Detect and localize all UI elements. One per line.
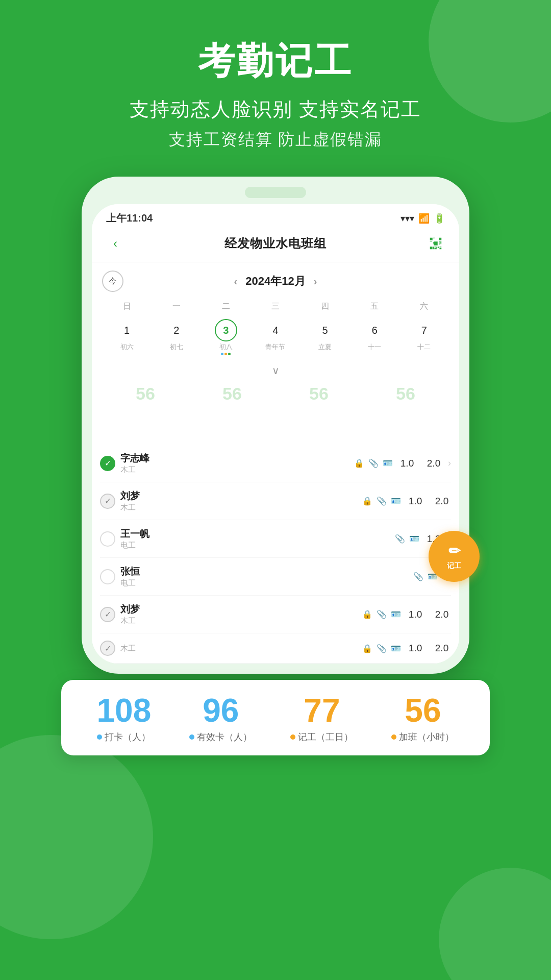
svg-rect-7 [430,241,431,241]
worker-icons-4: 📎 🪪 [413,572,438,581]
worker-row-6[interactable]: ✓ 木工 🔒 📎 🪪 1.0 2.0 [100,633,451,664]
worker-name-2: 刘梦 [120,489,357,503]
lock-icon-1: 🔒 [354,458,364,468]
clip-icon-1: 📎 [368,458,379,468]
card-icon-1: 🪪 [383,458,393,468]
svg-rect-15 [433,247,434,249]
worker-type-3: 电工 [120,541,390,550]
worker-hours-1: 1.0 2.0 [398,458,443,469]
worker-info-2: 刘梦 木工 [120,489,357,512]
today-button[interactable]: 今 [102,271,123,292]
calendar-day-6[interactable]: 6 十一 [350,317,399,357]
worker-type-4: 电工 [120,578,408,588]
back-icon: ‹ [113,236,117,251]
svg-rect-19 [440,247,442,247]
dot-orange [224,353,227,355]
check-6[interactable]: ✓ [100,641,115,656]
check-2[interactable]: ✓ [100,494,115,509]
clip-icon-6: 📎 [377,644,387,653]
worker-type-6: 木工 [120,644,357,653]
calendar-day-7[interactable]: 7 十二 [399,317,449,357]
worker-row-2[interactable]: ✓ 刘梦 木工 🔒 📎 🪪 1.0 2.0 [100,482,451,520]
calendar-day-5[interactable]: 5 立夏 [300,317,350,357]
worker-icons-5: 🔒 📎 🪪 [362,609,401,619]
worker-hours-5: 1.0 2.0 [406,609,451,620]
calendar: 今 ‹ 2024年12月 › 日 一 二 三 四 五 [92,262,459,361]
weekday-sun: 日 [102,299,152,314]
check-5[interactable]: ✓ [100,607,115,622]
calendar-day-4[interactable]: 4 青年节 [251,317,300,357]
card-icon-2: 🪪 [391,496,401,506]
worker-row-1[interactable]: ✓ 字志峰 木工 🔒 📎 🪪 1.0 2.0 › [100,445,451,482]
svg-rect-4 [439,238,441,240]
worker-name-5: 刘梦 [120,603,357,616]
bg-decoration-bottom-left [0,735,153,939]
svg-rect-18 [438,247,439,248]
current-month: 2024年12月 [245,274,305,289]
calendar-day-2[interactable]: 2 初七 [152,317,201,357]
app-title: 经发物业水电班组 [224,235,327,252]
worker-info-4: 张恒 电工 [120,565,408,588]
svg-rect-2 [434,238,434,238]
today-dots [221,353,231,355]
hours-1: 1.0 [398,458,416,469]
overtime-5: 2.0 [433,609,451,620]
stat-valid-punch: 96 有效卡（人） [189,694,252,743]
worker-icons-6: 🔒 📎 🪪 [362,644,401,653]
worker-name-3: 王一帆 [120,527,390,541]
svg-rect-3 [435,238,435,238]
app-nav-header: ‹ 经发物业水电班组 [92,229,459,262]
calendar-day-3-today[interactable]: 3 初八 [201,317,251,357]
calendar-header: 今 ‹ 2024年12月 › [102,271,449,292]
status-icons: ▾▾▾ 📶 🔋 [400,213,445,224]
weekday-tue: 二 [201,299,251,314]
overtime-dot [391,734,396,740]
check-3[interactable] [100,531,115,547]
workdays-label: 记工（工日） [290,731,353,743]
calendar-days: 1 初六 2 初七 3 初八 [102,317,449,357]
workdays-dot [290,734,295,740]
background-numbers: 56 56 56 56 [92,379,459,445]
svg-rect-12 [439,242,439,245]
worker-icons-3: 📎 🪪 [395,534,419,544]
worker-row-5[interactable]: ✓ 刘梦 木工 🔒 📎 🪪 1.0 2.0 [100,596,451,633]
svg-rect-9 [439,241,441,241]
svg-rect-8 [431,241,432,241]
overtime-label: 加班（小时） [391,731,454,743]
status-bar: 上午11:04 ▾▾▾ 📶 🔋 [92,204,459,229]
svg-rect-21 [435,248,436,250]
subtitle-1: 支持动态人脸识别 支持实名记工 [0,96,551,122]
dot-green [228,353,231,355]
prev-month-button[interactable]: ‹ [234,276,238,287]
status-time: 上午11:04 [106,211,153,225]
lock-icon-2: 🔒 [362,496,372,506]
fab-record-work[interactable]: ✏ 记工 [429,531,480,582]
row-arrow-1: › [448,458,451,469]
back-button[interactable]: ‹ [106,234,124,253]
signal-icon: 📶 [418,213,430,224]
qr-code-icon [428,236,443,251]
worker-info-6: 木工 [120,644,357,653]
next-month-button[interactable]: › [314,276,317,287]
lock-icon-6: 🔒 [362,644,372,653]
punch-in-label: 打卡（人） [97,731,151,743]
hours-2: 1.0 [406,496,424,507]
svg-rect-0 [430,238,433,240]
check-1[interactable]: ✓ [100,456,115,471]
card-icon-6: 🪪 [391,644,401,653]
worker-icons-1: 🔒 📎 🪪 [354,458,393,468]
card-icon-3: 🪪 [409,534,419,544]
svg-rect-17 [436,247,437,249]
svg-rect-6 [434,241,438,246]
worker-row-4[interactable]: 张恒 电工 📎 🪪 › [100,558,451,596]
expand-calendar-button[interactable]: ∨ [92,361,459,379]
weekday-mon: 一 [152,299,201,314]
stat-overtime: 56 加班（小时） [391,694,454,743]
qr-button[interactable] [427,234,445,253]
worker-hours-6: 1.0 2.0 [406,643,451,654]
clip-icon-3: 📎 [395,534,405,544]
weekday-labels: 日 一 二 三 四 五 六 [102,299,449,314]
worker-row-3[interactable]: 王一帆 电工 📎 🪪 1.2 › [100,520,451,558]
check-4[interactable] [100,569,115,584]
calendar-day-1[interactable]: 1 初六 [102,317,152,357]
